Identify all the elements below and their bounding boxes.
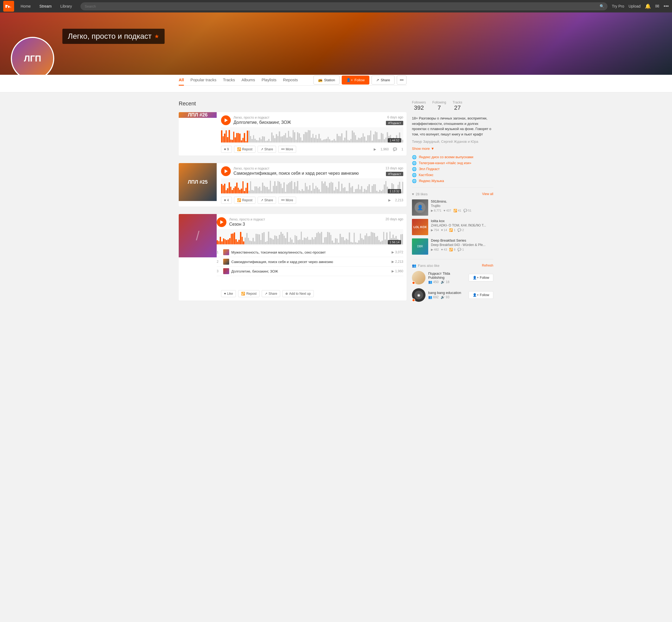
share-label-s3: Share (268, 292, 277, 296)
likes-stat-2: ♥ 43 (441, 248, 447, 251)
table-row: / Легко, просто и подкаст Сезон 3 (179, 214, 407, 301)
repost-button-25[interactable]: 🔁 Repost (234, 197, 255, 204)
like-button-25[interactable]: ♥ 4 (221, 197, 232, 204)
list-item: 1 Мужественность, токсичная маскулинност… (217, 248, 403, 257)
table-row: ЛПЛ #26 Легко, просто и подкаст Долголет… (179, 112, 407, 156)
table-row: ЛПЛ #25 Легко, просто и подкаст Самоиден… (179, 163, 407, 206)
repost-label-25: Repost (242, 198, 253, 202)
item-title-3[interactable]: Долголетие, биохакинг, ЗОЖ (231, 269, 389, 273)
repost-button-26[interactable]: 🔁 Repost (234, 146, 255, 153)
track-title-25[interactable]: Самоидентификация, поиск себя и хард рес… (233, 171, 359, 176)
share-button[interactable]: ↗ Share (372, 76, 395, 84)
more-button-26[interactable]: ••• More (278, 146, 296, 153)
item-thumb-2 (223, 259, 229, 265)
track-actions-25: ♥ 4 🔁 Repost ↗ Share ••• (221, 197, 403, 204)
sidebar-link-2[interactable]: 🌐 Эпл Подкаст (412, 167, 493, 171)
tabs-sidebar-spacer (412, 75, 499, 92)
fan-name-0[interactable]: Подкаст Tilda Publishing (428, 271, 466, 280)
sidebar-link-3[interactable]: 🌐 Кастбокс (412, 173, 493, 177)
online-dot-1 (412, 299, 415, 302)
like-track-0[interactable]: Trujillo (431, 204, 493, 208)
share-label: Share (381, 78, 390, 82)
more-options-button[interactable]: ••• (397, 76, 407, 84)
sidebar-link-1[interactable]: 🌐 Телеграм-канал «Найс энд изи» (412, 161, 493, 165)
track-meta-25: Легко, просто и подкаст Самоидентификаци… (221, 166, 359, 176)
notifications-icon[interactable]: 🔔 (645, 3, 651, 9)
like-info-0: 5918mins. Trujillo ▶ 8,771 ♥ 437 🔁 41 💬 … (431, 199, 493, 216)
repost-label-s3: Repost (246, 292, 257, 296)
list-item: 👤 5918mins. Trujillo ▶ 8,771 ♥ 437 🔁 41 … (412, 199, 493, 216)
play-button-26[interactable] (221, 115, 231, 125)
item-title-1[interactable]: Мужественность, токсичная маскулинность,… (231, 250, 389, 254)
tab-popular[interactable]: Popular tracks (190, 75, 216, 85)
track-thumbnail-25: ЛПЛ #25 (179, 163, 217, 201)
search-input[interactable] (81, 2, 607, 10)
waveform-26[interactable]: 1:44:52 (221, 127, 403, 144)
follow-label-0: Follow (480, 276, 489, 280)
likes-title: ♥ 28 likes (412, 192, 428, 196)
comments-stat-0: 💬 51 (463, 209, 471, 212)
like-button-s3[interactable]: ♥ Like (221, 290, 236, 297)
like-info-1: lolita kox ZAKLADKI- О ТОМ, КАК ЛЮБЛЮ Т.… (431, 219, 493, 235)
plays-count-26: 1,960 (381, 147, 389, 151)
share-button-25[interactable]: ↗ Share (258, 197, 276, 204)
nav-library[interactable]: Library (56, 0, 76, 12)
like-track-1[interactable]: ZAKLADKI- О ТОМ, КАК ЛЮБЛЮ Т... (431, 223, 493, 227)
tab-tracks[interactable]: Tracks (223, 75, 235, 85)
sidebar-link-0[interactable]: 🌐 Яндекс диск со всеми выпусками (412, 155, 493, 159)
more-icon[interactable]: ••• (664, 3, 669, 9)
waveform-s3[interactable]: 1:56:14 (217, 229, 403, 245)
tab-albums[interactable]: Albums (242, 75, 255, 85)
followers-value: 392 (412, 104, 426, 111)
play-button-s3[interactable] (217, 217, 226, 227)
like-button-26[interactable]: ♥ 9 (221, 146, 232, 153)
fan-follow-button-0[interactable]: 👤+ Follow (469, 274, 493, 281)
search-icon: 🔍 (600, 4, 604, 8)
try-pro-link[interactable]: Try Pro (612, 4, 624, 8)
share-button-26[interactable]: ↗ Share (258, 146, 276, 153)
hero-title-box: Легко, просто и подкаст ★ (62, 29, 165, 44)
nav-home[interactable]: Home (16, 0, 35, 12)
tracks-label: Tracks (453, 101, 462, 104)
waveform-25[interactable]: 1:13:32 (221, 178, 403, 195)
track-header-26: Легко, просто и подкаст Долголетие, биох… (221, 115, 403, 125)
track-title-26[interactable]: Долголетие, биохакинг, ЗОЖ (233, 120, 291, 125)
tab-all[interactable]: All (179, 75, 184, 85)
nav-links: Home Stream Library (16, 0, 76, 12)
share-button-s3[interactable]: ↗ Share (262, 290, 280, 297)
station-button[interactable]: 📻 Station (314, 76, 340, 84)
like-stats-2: ▶ 482 ♥ 43 🔁 8 💬 1 (431, 248, 493, 251)
soundcloud-logo[interactable] (3, 1, 14, 12)
tab-reposts[interactable]: Reposts (283, 75, 298, 85)
fan-follow-button-1[interactable]: 👤+ Follow (469, 291, 493, 299)
nav-stream[interactable]: Stream (35, 0, 56, 12)
like-track-2[interactable]: Deep Breakfast 043 - Würden & Pfe... (431, 243, 493, 247)
item-plays-3: ▶ 1,960 (392, 269, 403, 273)
list-item: Подкаст Tilda Publishing 👥 450 🔊 18 👤+ F… (412, 271, 493, 284)
sidebar-link-4[interactable]: 🌐 Яндекс.Музыка (412, 179, 493, 183)
track-title-s3[interactable]: Сезон 3 (229, 222, 265, 227)
refresh-button[interactable]: Refresh (482, 264, 493, 267)
follow-button[interactable]: 👤+ Follow (342, 76, 369, 84)
play-button-25[interactable] (221, 166, 231, 176)
more-button-25[interactable]: ••• More (278, 197, 296, 204)
plays-count-25: 2,213 (395, 198, 403, 202)
like-count-25: 4 (227, 198, 229, 202)
fan-tracks-0: 🔊 18 (441, 280, 449, 284)
item-title-2[interactable]: Самоидентификация, поиск себя и хард рес… (231, 260, 389, 264)
add-to-next-button[interactable]: ⊕ Add to Next up (282, 290, 314, 297)
fans-title: 👥 Fans also like (412, 264, 439, 268)
repost-button-s3[interactable]: 🔁 Repost (238, 290, 259, 297)
messages-icon[interactable]: ✉ (655, 3, 659, 9)
like-username-0[interactable]: 5918mins. (431, 199, 493, 203)
like-username-1[interactable]: lolita kox (431, 219, 493, 223)
tab-playlists[interactable]: Playlists (262, 75, 277, 85)
view-all-link[interactable]: View all (482, 192, 493, 196)
hero-title: Легко, просто и подкаст ★ (62, 29, 165, 44)
like-username-2[interactable]: Deep Breakfast Series (431, 238, 493, 242)
show-more-button[interactable]: Show more ▼ (412, 146, 493, 151)
fan-name-1[interactable]: bang bang education (428, 291, 466, 295)
likes-header: ♥ 28 likes View all (412, 192, 493, 196)
upload-link[interactable]: Upload (629, 4, 641, 8)
track-duration-25: 1:13:32 (388, 189, 401, 194)
